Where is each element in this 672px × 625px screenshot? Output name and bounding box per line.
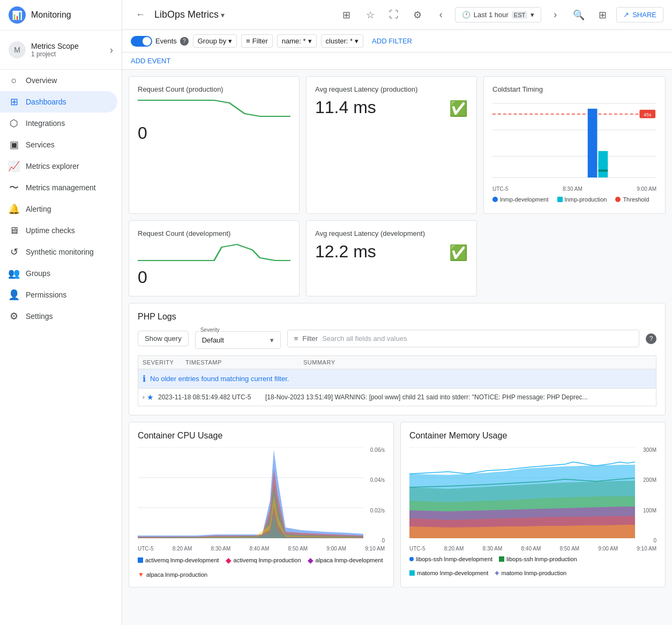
logs-filter-search[interactable]: ≡ Filter Search all fields and values — [287, 330, 639, 347]
sidebar-item-alerting[interactable]: 🔔 Alerting — [0, 198, 117, 220]
col-severity-header: SEVERITY — [143, 359, 185, 366]
more-options-button[interactable]: ⊞ — [593, 5, 612, 25]
name-filter-chip[interactable]: name: * ▾ — [277, 34, 317, 48]
legend-matomo-dev-color — [409, 570, 415, 576]
add-event-button[interactable]: ADD EVENT — [122, 53, 672, 70]
sidebar-item-permissions[interactable]: 👤 Permissions — [0, 284, 117, 306]
cpu-y-label-0: 0.06/s — [370, 447, 385, 453]
no-older-entries-row: ℹ No older entries found matching curren… — [138, 369, 656, 389]
col-timestamp-header: TIMESTAMP — [185, 359, 303, 366]
container-memory-card: Container Memory Usage 300M 200M 100M 0 — [400, 422, 666, 587]
log-star-icon[interactable]: ★ — [147, 393, 154, 401]
sidebar-item-metrics-explorer[interactable]: 📈 Metrics explorer — [0, 155, 117, 177]
php-logs-card: PHP Logs Show query Severity Default ▾ ≡… — [129, 303, 666, 415]
legend-lnmp-dev-dot — [492, 197, 498, 202]
synthetic-monitoring-icon: ↺ — [9, 247, 19, 257]
log-expand-icon[interactable]: › — [143, 393, 145, 401]
svg-rect-11 — [598, 169, 608, 172]
add-filter-button[interactable]: ADD FILTER — [368, 35, 416, 47]
settings-icon: ⚙ — [9, 311, 19, 322]
request-count-prod-value: 0 — [138, 123, 290, 143]
severity-select-dropdown[interactable]: Default ▾ — [195, 331, 281, 349]
sidebar-item-settings[interactable]: ⚙ Settings — [0, 306, 117, 327]
bottom-charts-row: Container CPU Usage 0.06/s 0.04/s 0.02/s… — [129, 422, 666, 587]
filter-chip[interactable]: ≡ Filter — [241, 34, 272, 48]
group-by-chip[interactable]: Group by ▾ — [193, 34, 237, 48]
coldstart-title: Coldstart Timing — [492, 85, 656, 93]
back-button[interactable]: ← — [131, 5, 150, 25]
help-icon[interactable]: ? — [180, 37, 189, 46]
cluster-filter-chip[interactable]: cluster: * ▾ — [321, 34, 364, 48]
logs-help-icon[interactable]: ? — [646, 333, 656, 344]
nav-prev-button[interactable]: ‹ — [431, 5, 451, 25]
coldstart-card: Coldstart Timing 45s — [483, 76, 666, 214]
search-button[interactable]: 🔍 — [569, 5, 588, 25]
php-logs-title: PHP Logs — [138, 312, 656, 322]
group-by-dropdown-icon: ▾ — [228, 37, 232, 45]
logs-table-header: SEVERITY TIMESTAMP SUMMARY — [138, 355, 656, 369]
coldstart-x-900: 9:00 AM — [637, 186, 656, 192]
scope-item[interactable]: M Metrics Scope 1 project › — [0, 37, 122, 63]
toggle-switch[interactable] — [131, 36, 152, 47]
memory-legend: libops-ssh lnmp-development libops-ssh l… — [409, 556, 656, 577]
sidebar-item-dashboards[interactable]: ⊞ Dashboards — [0, 91, 117, 113]
expand-button[interactable]: ⛶ — [384, 5, 404, 25]
sidebar-item-overview[interactable]: ○ Overview — [0, 70, 117, 91]
memory-chart-title: Container Memory Usage — [409, 431, 656, 441]
topbar-actions: ⊞ ☆ ⛶ ⚙ ‹ 🕐 Last 1 hour EST ▾ › 🔍 ⊞ ↗ SH… — [337, 5, 663, 25]
legend-lnmp-prod-sq — [557, 197, 563, 202]
filterbar: Events ? Group by ▾ ≡ Filter name: * ▾ c… — [122, 30, 672, 53]
sidebar-item-label: Permissions — [26, 291, 66, 299]
legend-activemq-dev-label: activemq lnmp-development — [145, 557, 219, 563]
legend-libops-ssh-prod: libops-ssh lnmp-production — [499, 556, 577, 562]
filter-label: Filter — [252, 37, 268, 45]
memory-y-label-0: 300M — [643, 447, 656, 453]
severity-selector[interactable]: Severity Default ▾ — [195, 331, 281, 349]
cpu-x-840: 8:40 AM — [250, 546, 270, 552]
legend-libops-ssh-dev-color — [409, 557, 414, 561]
sidebar-item-label: Settings — [26, 312, 53, 321]
memory-x-910: 9:10 AM — [637, 546, 656, 552]
time-range-selector[interactable]: 🕐 Last 1 hour EST ▾ — [455, 7, 541, 23]
log-entry-row[interactable]: › ★ 2023-11-18 08:51:49.482 UTC-5 [18-No… — [138, 389, 656, 406]
star-button[interactable]: ☆ — [361, 5, 380, 25]
nav-next-button[interactable]: › — [546, 5, 565, 25]
title-dropdown-icon[interactable]: ▾ — [221, 11, 225, 19]
metrics-row-top: Request Count (production) 0 Avg request… — [129, 76, 666, 214]
time-range-label: Last 1 hour — [474, 11, 509, 19]
events-toggle[interactable]: Events ? — [131, 36, 189, 47]
svg-rect-7 — [588, 109, 598, 177]
request-count-dev-title: Request Count (development) — [138, 229, 290, 237]
sidebar-item-uptime-checks[interactable]: 🖥 Uptime checks — [0, 220, 117, 241]
memory-y-labels: 300M 200M 100M 0 — [643, 447, 656, 544]
settings-button[interactable]: ⚙ — [408, 5, 427, 25]
cluster-filter-dropdown-icon: ▾ — [355, 37, 359, 45]
cpu-y-labels: 0.06/s 0.04/s 0.02/s 0 — [370, 447, 385, 544]
sidebar-item-label: Metrics management — [26, 183, 96, 192]
cpu-y-label-3: 0 — [370, 538, 385, 544]
legend-activemq-prod-label: activemq lnmp-production — [234, 557, 301, 563]
show-query-button[interactable]: Show query — [138, 331, 189, 346]
group-by-label: Group by — [198, 37, 226, 45]
coldstart-x-830: 8:30 AM — [563, 186, 583, 192]
sidebar-item-groups[interactable]: 👥 Groups — [0, 263, 117, 284]
memory-y-label-1: 200M — [643, 477, 656, 483]
sidebar-item-integrations[interactable]: ⬡ Integrations — [0, 113, 117, 134]
coldstart-x-utc: UTC-5 — [492, 186, 508, 192]
sidebar-item-label: Alerting — [26, 205, 51, 213]
info-icon: ℹ — [143, 374, 146, 384]
filter-icon: ≡ — [246, 37, 250, 45]
memory-x-utc: UTC-5 — [409, 546, 425, 552]
fullscreen-icon-button[interactable]: ⊞ — [337, 5, 356, 25]
log-timestamp: 2023-11-18 08:51:49.482 UTC-5 — [158, 393, 265, 401]
latency-dev-check-icon: ✅ — [449, 244, 468, 262]
sidebar-item-metrics-management[interactable]: 〜 Metrics management — [0, 177, 117, 198]
col-summary-header: SUMMARY — [303, 359, 652, 366]
coldstart-legend: lnmp-development lnmp-production Thresho… — [492, 196, 656, 203]
sidebar-item-label: Services — [26, 140, 55, 149]
legend-alpaca-prod-label: alpaca lnmp-production — [146, 571, 207, 578]
sidebar-item-services[interactable]: ▣ Services — [0, 134, 117, 155]
sidebar-item-synthetic-monitoring[interactable]: ↺ Synthetic monitoring — [0, 241, 117, 263]
share-button[interactable]: ↗ SHARE — [616, 7, 663, 23]
cpu-legend: activemq lnmp-development ◆ activemq lnm… — [138, 556, 385, 578]
